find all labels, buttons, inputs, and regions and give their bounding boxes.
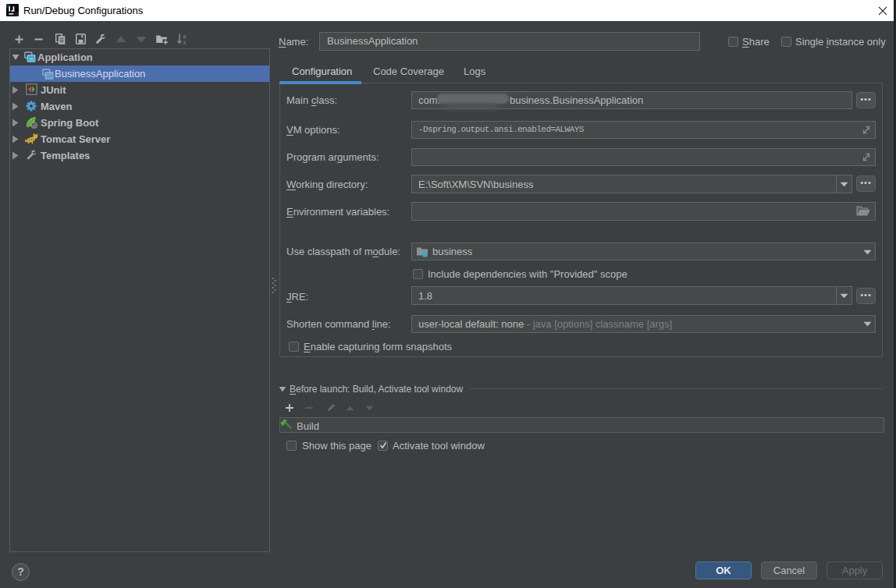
- svg-text:z: z: [183, 39, 187, 45]
